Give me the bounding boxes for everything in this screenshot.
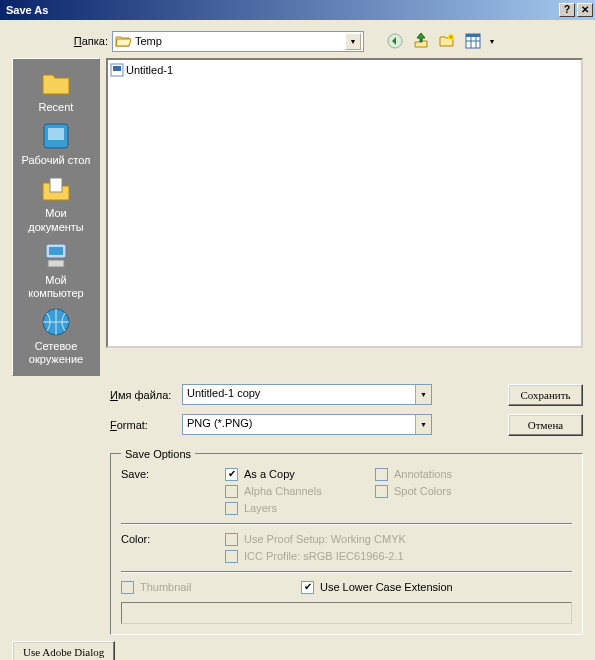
- thumbnail-label: Thumbnail: [140, 581, 191, 593]
- places-desktop[interactable]: Рабочий стол: [16, 120, 96, 167]
- save-options-legend: Save Options: [121, 448, 195, 460]
- close-button[interactable]: ✕: [577, 3, 593, 17]
- places-label: Recent: [39, 101, 74, 114]
- file-name: Untitled-1: [126, 64, 173, 76]
- view-dropdown-icon[interactable]: ▼: [488, 38, 496, 45]
- view-menu-button[interactable]: [462, 30, 484, 52]
- svg-rect-7: [49, 247, 63, 255]
- lowercase-label: Use Lower Case Extension: [320, 581, 453, 593]
- up-button[interactable]: [410, 30, 432, 52]
- save-options-group: Save Options Save: ✔As a Copy Alpha Chan…: [110, 448, 583, 635]
- warning-area: [121, 602, 572, 624]
- places-label: Рабочий стол: [21, 154, 90, 167]
- format-label: Format:: [110, 419, 174, 431]
- annotations-checkbox: Annotations: [375, 468, 452, 481]
- recent-folder-icon: [40, 67, 72, 99]
- icc-label: ICC Profile: sRGB IEC61966-2.1: [244, 550, 404, 562]
- svg-rect-4: [48, 128, 64, 140]
- svg-rect-5: [50, 178, 62, 192]
- desktop-icon: [40, 120, 72, 152]
- separator: [121, 523, 572, 525]
- window-title: Save As: [2, 4, 557, 16]
- save-button[interactable]: Сохранить: [508, 384, 583, 406]
- format-value: PNG (*.PNG): [183, 415, 415, 434]
- save-section-label: Save:: [121, 468, 225, 480]
- computer-icon: [40, 240, 72, 272]
- folder-value: Temp: [131, 35, 345, 47]
- layers-checkbox: Layers: [225, 502, 375, 515]
- file-item[interactable]: Untitled-1: [110, 62, 579, 78]
- filename-input[interactable]: Untitled-1 copy ▼: [182, 384, 432, 405]
- filename-label: Имя файла:: [110, 389, 174, 401]
- checkbox-icon: [375, 468, 388, 481]
- places-label: Мои документы: [16, 207, 96, 233]
- spot-colors-checkbox: Spot Colors: [375, 485, 452, 498]
- checkbox-icon: [375, 485, 388, 498]
- network-icon: [40, 306, 72, 338]
- file-list[interactable]: Untitled-1: [106, 58, 583, 348]
- new-folder-button[interactable]: [436, 30, 458, 52]
- svg-rect-8: [48, 260, 64, 267]
- back-icon: [387, 33, 403, 49]
- as-copy-checkbox[interactable]: ✔As a Copy: [225, 468, 375, 481]
- svg-rect-11: [113, 66, 121, 71]
- checkbox-icon: [121, 581, 134, 594]
- checkbox-icon: [225, 502, 238, 515]
- new-folder-icon: [439, 33, 455, 49]
- alpha-label: Alpha Channels: [244, 485, 322, 497]
- bottom-bar: Use Adobe Dialog: [0, 641, 595, 661]
- spot-label: Spot Colors: [394, 485, 451, 497]
- checkbox-icon: [225, 550, 238, 563]
- as-copy-label: As a Copy: [244, 468, 295, 480]
- filename-dropdown-icon[interactable]: ▼: [415, 385, 431, 404]
- separator: [121, 571, 572, 573]
- titlebar: Save As ? ✕: [0, 0, 595, 20]
- documents-icon: [40, 173, 72, 205]
- use-adobe-dialog-button[interactable]: Use Adobe Dialog: [12, 641, 115, 661]
- checkbox-icon: ✔: [301, 581, 314, 594]
- cancel-button[interactable]: Отмена: [508, 414, 583, 436]
- help-button[interactable]: ?: [559, 3, 575, 17]
- places-documents[interactable]: Мои документы: [16, 173, 96, 233]
- checkbox-icon: ✔: [225, 468, 238, 481]
- icc-profile-checkbox: ICC Profile: sRGB IEC61966-2.1: [225, 550, 406, 563]
- view-icon: [465, 33, 481, 49]
- places-label: Мой компьютер: [16, 274, 96, 300]
- layers-label: Layers: [244, 502, 277, 514]
- nav-icons: ▼: [384, 30, 496, 52]
- proof-label: Use Proof Setup: Working CMYK: [244, 533, 406, 545]
- folder-row: Папка: Temp ▼ ▼: [66, 30, 583, 52]
- format-dropdown-icon[interactable]: ▼: [415, 415, 431, 434]
- annotations-label: Annotations: [394, 468, 452, 480]
- filename-value: Untitled-1 copy: [183, 385, 415, 404]
- up-icon: [413, 33, 429, 49]
- back-button[interactable]: [384, 30, 406, 52]
- checkbox-icon: [225, 533, 238, 546]
- places-recent[interactable]: Recent: [16, 67, 96, 114]
- proof-setup-checkbox: Use Proof Setup: Working CMYK: [225, 533, 406, 546]
- alpha-channels-checkbox: Alpha Channels: [225, 485, 375, 498]
- open-folder-icon: [115, 34, 131, 48]
- places-label: Сетевое окружение: [16, 340, 96, 366]
- file-icon: [110, 63, 124, 77]
- folder-dropdown-icon[interactable]: ▼: [345, 33, 361, 50]
- format-select[interactable]: PNG (*.PNG) ▼: [182, 414, 432, 435]
- places-computer[interactable]: Мой компьютер: [16, 240, 96, 300]
- format-row: Format: PNG (*.PNG) ▼ Отмена: [110, 414, 583, 436]
- color-section-label: Color:: [121, 533, 225, 545]
- folder-select[interactable]: Temp ▼: [112, 31, 364, 52]
- lowercase-ext-checkbox[interactable]: ✔Use Lower Case Extension: [301, 581, 453, 594]
- checkbox-icon: [225, 485, 238, 498]
- folder-label: Папка:: [66, 35, 108, 47]
- places-bar: Recent Рабочий стол Мои документы Мой ко…: [12, 58, 100, 376]
- thumbnail-checkbox: Thumbnail: [121, 581, 301, 594]
- places-network[interactable]: Сетевое окружение: [16, 306, 96, 366]
- filename-row: Имя файла: Untitled-1 copy ▼ Сохранить: [110, 384, 583, 406]
